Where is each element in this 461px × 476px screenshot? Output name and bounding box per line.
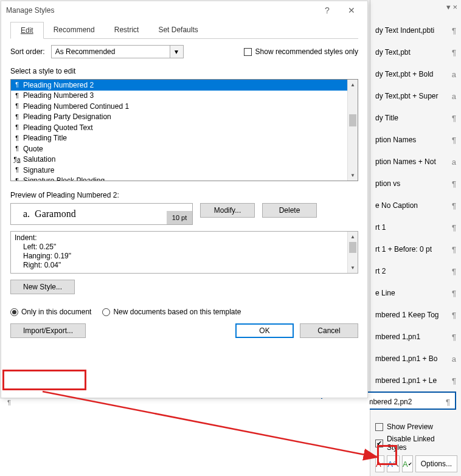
scroll-down-icon[interactable]: ▼ xyxy=(348,263,358,273)
indent-line: Right: 0.04" xyxy=(15,261,344,270)
dialog-title: Manage Styles xyxy=(6,6,316,15)
list-item[interactable]: ¶Pleading Numbered 3 xyxy=(11,91,347,102)
tab-restrict[interactable]: Restrict xyxy=(105,22,149,38)
preview-label: Preview of Pleading Numbered 2: xyxy=(10,191,358,199)
select-style-label: Select a style to edit xyxy=(10,67,358,75)
close-button[interactable]: ✕ xyxy=(341,3,362,18)
modify-button[interactable]: Modify... xyxy=(200,203,255,218)
style-entry[interactable]: dy Text,pbt¶ xyxy=(370,40,461,62)
indent-line: Hanging: 0.19" xyxy=(15,252,344,261)
import-export-button[interactable]: Import/Export... xyxy=(10,323,86,338)
tab-strip: Edit Recommend Restrict Set Defaults xyxy=(10,19,358,39)
list-item[interactable]: ¶Pleading Party Designation xyxy=(11,112,347,123)
styles-list: dy Text Indent,pbti¶ dy Text,pbt¶ dy Tex… xyxy=(370,18,461,390)
ok-button[interactable]: OK xyxy=(235,323,294,338)
list-item[interactable]: ¶Signature Block Pleading xyxy=(11,176,347,181)
show-recommended-checkbox[interactable]: Show recommended styles only xyxy=(244,47,358,56)
style-entry[interactable]: ption vs¶ xyxy=(370,171,461,193)
style-entry[interactable]: dy Text,pbt + Bolda xyxy=(370,62,461,84)
preview-size-badge: 10 pt xyxy=(167,211,192,224)
tab-set-defaults[interactable]: Set Defaults xyxy=(148,22,207,38)
indent-line: Left: 0.25" xyxy=(15,243,344,252)
style-entry[interactable]: dy Title¶ xyxy=(370,106,461,128)
description-scrollbar[interactable]: ▲ ▼ xyxy=(347,232,358,273)
style-entry[interactable]: ption Names + Nota xyxy=(370,150,461,171)
listbox-scrollbar[interactable]: ▲ ▼ xyxy=(347,80,358,181)
style-entry[interactable]: ption Names¶ xyxy=(370,128,461,150)
radio-new-documents[interactable]: New documents based on this template xyxy=(102,308,241,316)
sort-order-select[interactable]: As Recommended ▾ xyxy=(51,45,184,58)
titlebar: Manage Styles ? ✕ xyxy=(1,1,367,19)
tab-edit[interactable]: Edit xyxy=(10,22,44,39)
style-inspector-icon[interactable]: A🔍 xyxy=(387,455,400,472)
description-box: Indent: Left: 0.25" Hanging: 0.19" Right… xyxy=(10,231,358,274)
delete-button[interactable]: Delete xyxy=(262,203,317,218)
chevron-down-icon: ▾ xyxy=(170,46,183,58)
document-background: ¶ xyxy=(0,399,370,476)
manage-styles-dialog: Manage Styles ? ✕ Edit Recommend Restric… xyxy=(1,1,368,398)
style-entry[interactable]: mbered 1,pn1¶ xyxy=(370,325,461,347)
cancel-button[interactable]: Cancel xyxy=(300,323,358,338)
list-item[interactable]: ¶Pleading Numbered Continued 1 xyxy=(11,101,347,112)
paragraph-icon: ¶ xyxy=(13,81,21,88)
panel-dropdown-icon[interactable]: ▾ × xyxy=(446,2,457,12)
list-item[interactable]: ¶Pleading Title xyxy=(11,133,347,144)
style-entry[interactable]: rt 1¶ xyxy=(370,215,461,237)
list-item[interactable]: ¶Quote xyxy=(11,143,347,154)
tab-recommend[interactable]: Recommend xyxy=(44,22,105,38)
list-item[interactable]: ¶Signature xyxy=(11,165,347,176)
style-entry[interactable]: rt 1 + Before: 0 pt¶ xyxy=(370,237,461,259)
scroll-thumb[interactable] xyxy=(349,242,356,253)
style-entry[interactable]: dy Text Indent,pbti¶ xyxy=(370,18,461,40)
style-entry[interactable]: mbered 1 Keep Tog¶ xyxy=(370,303,461,325)
style-entry[interactable]: dy Text,pbt + Supera xyxy=(370,84,461,106)
indent-header: Indent: xyxy=(15,233,344,243)
manage-styles-icon[interactable]: A✔ xyxy=(402,455,413,472)
style-listbox[interactable]: ¶Pleading Numbered 2 ¶Pleading Numbered … xyxy=(10,79,358,181)
list-item[interactable]: ¶Pleading Numbered 2 xyxy=(11,80,347,91)
options-button[interactable]: Options... xyxy=(415,455,457,472)
help-button[interactable]: ? xyxy=(316,3,338,18)
panel-footer: Show Preview ✔Disable Linked Styles A+ A… xyxy=(370,419,461,476)
scroll-up-icon[interactable]: ▲ xyxy=(348,232,358,242)
list-item[interactable]: ¶Pleading Quoted Text xyxy=(11,122,347,133)
list-item[interactable]: ¶aSalutation xyxy=(11,154,347,165)
style-entry[interactable]: e No Caption¶ xyxy=(370,193,461,215)
preview-box: a. Garamond 10 pt xyxy=(10,203,193,225)
style-entry[interactable]: e Line¶ xyxy=(370,281,461,303)
new-style-icon[interactable]: A+ xyxy=(375,455,384,472)
scroll-thumb[interactable] xyxy=(349,114,356,126)
style-entry[interactable]: rt 2¶ xyxy=(370,259,461,281)
style-entry[interactable]: mbered 1,pn1 + Le¶ xyxy=(370,368,461,390)
radio-only-this-doc[interactable]: Only in this document xyxy=(10,308,91,316)
disable-linked-checkbox[interactable]: ✔Disable Linked Styles xyxy=(375,435,456,452)
scroll-down-icon[interactable]: ▼ xyxy=(348,170,358,181)
preview-font-text: a. Garamond xyxy=(11,209,192,219)
style-entry[interactable]: mbered 1,pn1 + Boa xyxy=(370,347,461,368)
paragraph-mark-icon: ¶ xyxy=(7,399,11,406)
scroll-up-icon[interactable]: ▲ xyxy=(348,80,358,90)
new-style-button[interactable]: New Style... xyxy=(10,280,75,294)
show-preview-checkbox[interactable]: Show Preview xyxy=(375,423,456,431)
sort-order-label: Sort order: xyxy=(10,47,45,56)
